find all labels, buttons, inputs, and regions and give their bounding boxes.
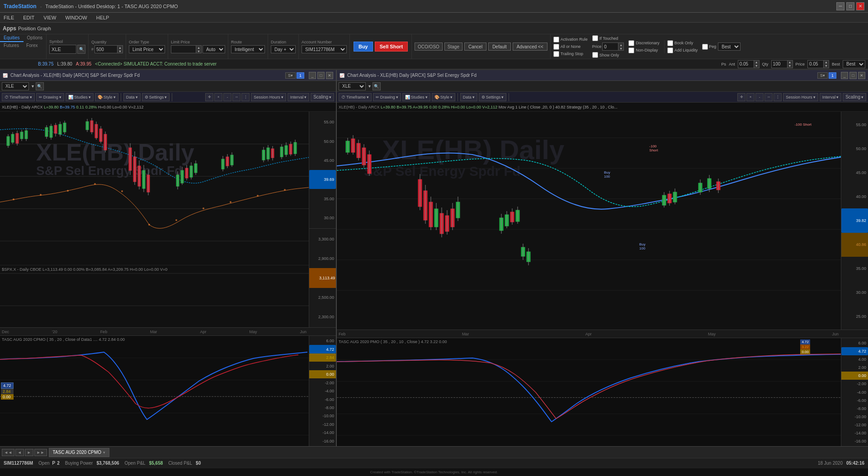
right-fit-btn[interactable]: ↔ [764, 93, 773, 101]
right-chart-draw[interactable]: XLE(HB) Daily S&P Sel Energy Spdr Fd -10… [337, 112, 841, 330]
chart-crosshair-btn[interactable]: ✛ [205, 93, 213, 101]
minimize-button[interactable]: ─ [836, 2, 844, 10]
left-studies-btn[interactable]: 📊 Studies ▾ [66, 93, 94, 101]
auto-select[interactable]: Auto [203, 45, 225, 53]
right-symbol-search[interactable]: 🔍 [373, 82, 381, 90]
limit-price-down[interactable]: ▼ [196, 49, 201, 53]
task-tab-close[interactable]: ▾ [103, 450, 105, 455]
quantity-input[interactable] [94, 45, 117, 53]
if-touched-checkbox[interactable] [592, 35, 598, 41]
left-symbol-search[interactable]: 🔍 [36, 82, 44, 90]
right-data-btn[interactable]: Data ▾ [460, 93, 477, 101]
scaling-btn[interactable]: Scaling ▾ [311, 93, 334, 101]
chart-1-button[interactable]: 1 [297, 72, 304, 79]
route-select[interactable]: Intelligent [231, 45, 265, 53]
price-down[interactable]: ▼ [618, 47, 623, 50]
ant-input[interactable] [738, 60, 754, 68]
left-symbol-select[interactable]: XLE [2, 82, 29, 90]
right-zoom-out-btn[interactable]: - [755, 93, 764, 101]
right-settings-btn[interactable]: ⚙ Settings ▾ [479, 93, 507, 101]
right-zoom-in-btn[interactable]: + [746, 93, 755, 101]
restore-button[interactable]: □ [846, 2, 854, 10]
chart-zoom-in-btn[interactable]: + [214, 93, 222, 101]
chart-s-button[interactable]: S▾ [285, 72, 296, 79]
right-indicator-canvas[interactable]: TASC AUG 2020 PMO ( 35 , 20 , 10 , Close… [337, 338, 841, 446]
close-button[interactable]: ✕ [856, 2, 864, 10]
activation-rule-checkbox[interactable] [553, 37, 559, 42]
nav-prev[interactable]: ◄ [15, 449, 24, 456]
show-only-checkbox[interactable] [592, 52, 598, 58]
non-display-checkbox[interactable] [628, 47, 634, 53]
nav-last[interactable]: ►► [34, 449, 47, 456]
right-more-btn[interactable]: ⋮ [774, 93, 782, 101]
left-settings-btn[interactable]: ⚙ Settings ▾ [142, 93, 170, 101]
tab-equities[interactable]: Equities [0, 34, 24, 42]
menu-edit[interactable]: EDIT [21, 14, 36, 21]
right-scaling-btn[interactable]: Scaling ▾ [843, 93, 866, 101]
chart-fit-btn[interactable]: ↔ [232, 93, 241, 101]
right-studies-btn[interactable]: 📊 Studies ▾ [402, 93, 430, 101]
left-timeframe-btn[interactable]: ⏱ Timeframe ▾ [2, 93, 35, 101]
ant-down[interactable]: ▼ [754, 64, 759, 68]
best-select[interactable]: Best [843, 60, 865, 68]
chart-zoom-out-btn[interactable]: - [223, 93, 231, 101]
tab-options[interactable]: Options [24, 34, 46, 42]
quantity-up[interactable]: ▲ [118, 46, 123, 49]
trailing-stop-checkbox[interactable] [553, 51, 559, 57]
right-chart-close[interactable]: ✕ [858, 72, 865, 79]
stage-button[interactable]: Stage [444, 42, 462, 51]
right-drawing-btn[interactable]: ✏ Drawing ▾ [373, 93, 401, 101]
symbol-input[interactable] [49, 45, 76, 54]
nav-next[interactable]: ► [25, 449, 33, 456]
qty-up[interactable]: ▲ [788, 61, 793, 64]
taskbar-tab-cpmo[interactable]: TASC AUG 2020 CPMO ▾ [49, 448, 110, 457]
account-select[interactable]: SIM1127786M [302, 45, 347, 53]
quantity-down[interactable]: ▼ [118, 49, 123, 53]
right-symbol-select[interactable]: XLE [339, 82, 366, 90]
left-chart-draw[interactable]: XLE(HB) Daily S&P Sel Energy Spdr Fd [0, 112, 309, 327]
ant-up[interactable]: ▲ [754, 61, 759, 64]
interval-btn[interactable]: Interval ▾ [288, 93, 310, 101]
default-button[interactable]: Default [488, 42, 511, 51]
price-input[interactable] [602, 42, 618, 51]
right-interval-btn[interactable]: Interval ▾ [820, 93, 842, 101]
advanced-button[interactable]: Advanced << [513, 42, 547, 51]
price2-input[interactable] [807, 60, 823, 68]
right-style-btn[interactable]: 🎨 Style ▾ [432, 93, 455, 101]
price-up[interactable]: ▲ [618, 43, 623, 47]
menu-view[interactable]: VIEW [42, 14, 58, 21]
left-indicator-canvas[interactable]: TASC AUG 2020 CPMO ( 35 , 20 , Close of … [0, 336, 309, 446]
left-chart-maximize[interactable]: □ [317, 72, 325, 79]
limit-price-input[interactable] [171, 45, 196, 53]
left-drawing-btn[interactable]: ✏ Drawing ▾ [36, 93, 64, 101]
right-timeframe-btn[interactable]: ⏱ Timeframe ▾ [339, 93, 372, 101]
peg-select[interactable]: Best [718, 42, 741, 51]
menu-window[interactable]: WINDOW [63, 14, 89, 21]
left-data-btn[interactable]: Data ▾ [123, 93, 141, 101]
qty-down[interactable]: ▼ [788, 64, 793, 68]
price2-up[interactable]: ▲ [824, 61, 829, 64]
tab-forex[interactable]: Forex [23, 42, 42, 49]
sell-short-button[interactable]: Sell Short [375, 42, 408, 52]
session-hours-btn[interactable]: Session Hours ▾ [251, 93, 286, 101]
oco-oso-button[interactable]: OCO/OSO [415, 42, 443, 51]
right-chart-1-button[interactable]: 1 [829, 72, 836, 79]
duration-select[interactable]: Day + [271, 45, 296, 53]
chart-more-btn[interactable]: ⋮ [241, 93, 250, 101]
right-chart-s-button[interactable]: S▾ [817, 72, 828, 79]
left-chart-minimize[interactable]: _ [309, 72, 316, 79]
menu-help[interactable]: HELP [94, 14, 111, 21]
nav-first[interactable]: ◄◄ [2, 449, 14, 456]
buy-button[interactable]: Buy [354, 42, 373, 52]
left-style-btn[interactable]: 🎨 Style ▾ [95, 93, 118, 101]
cancel-button[interactable]: Cancel [464, 42, 486, 51]
discretionary-checkbox[interactable] [628, 40, 634, 46]
order-type-select[interactable]: Limit Price Market Stop [129, 45, 165, 53]
tab-futures[interactable]: Futures [0, 42, 23, 49]
add-liquidity-checkbox[interactable] [667, 47, 673, 53]
qty-input[interactable] [771, 60, 787, 68]
all-or-none-checkbox[interactable] [553, 44, 559, 50]
symbol-search-button[interactable]: 🔍 [77, 45, 85, 54]
price2-down[interactable]: ▼ [824, 64, 829, 68]
right-chart-minimize[interactable]: _ [841, 72, 848, 79]
